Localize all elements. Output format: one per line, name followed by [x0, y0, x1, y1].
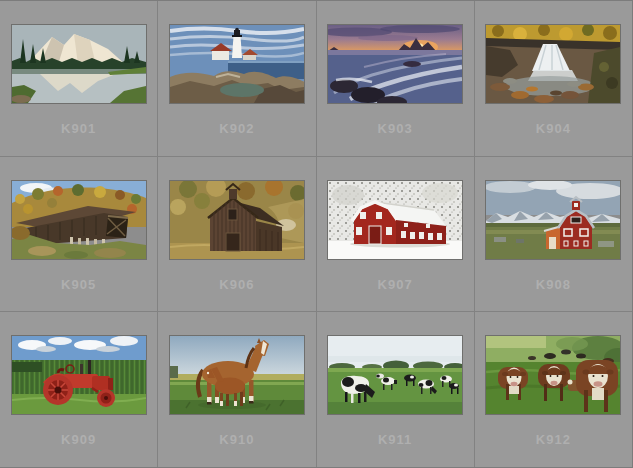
- k902-lighthouse-image: [170, 25, 304, 103]
- gallery-item-k905[interactable]: K905: [0, 157, 157, 312]
- item-code-label-k904: K904: [475, 121, 632, 136]
- item-code-label-k912: K912: [475, 432, 632, 447]
- item-code-label-k906: K906: [158, 277, 315, 292]
- photo-thumbnail-k905[interactable]: [11, 180, 147, 260]
- k912-hereford-cattle-image: [486, 336, 620, 414]
- photo-thumbnail-k907[interactable]: [327, 180, 463, 260]
- gallery-item-k901[interactable]: K901: [0, 1, 157, 156]
- item-code-label-k908: K908: [475, 277, 632, 292]
- item-code-label-k907: K907: [317, 277, 474, 292]
- gallery-item-k903[interactable]: K903: [317, 1, 474, 156]
- thumbnail-grid: K901: [0, 0, 633, 468]
- photo-thumbnail-k903[interactable]: [327, 24, 463, 104]
- gallery-item-k907[interactable]: K907: [317, 157, 474, 312]
- gallery-item-k910[interactable]: K910: [158, 312, 315, 467]
- k911-grazing-cows-image: [328, 336, 462, 414]
- item-code-label-k911: K911: [317, 432, 474, 447]
- item-code-label-k910: K910: [158, 432, 315, 447]
- k904-autumn-waterfall-image: [486, 25, 620, 103]
- photo-thumbnail-k908[interactable]: [485, 180, 621, 260]
- item-code-label-k909: K909: [0, 432, 157, 447]
- photo-thumbnail-k910[interactable]: [169, 335, 305, 415]
- gallery-item-k902[interactable]: K902: [158, 1, 315, 156]
- k908-red-barn-mountains-image: [486, 181, 620, 259]
- k909-red-tractor-image: [12, 336, 146, 414]
- photo-thumbnail-k902[interactable]: [169, 24, 305, 104]
- photo-thumbnail-k906[interactable]: [169, 180, 305, 260]
- gallery-item-k911[interactable]: K911: [317, 312, 474, 467]
- item-code-label-k901: K901: [0, 121, 157, 136]
- gallery-item-k904[interactable]: K904: [475, 1, 632, 156]
- gallery-item-k909[interactable]: K909: [0, 312, 157, 467]
- item-code-label-k902: K902: [158, 121, 315, 136]
- gallery-item-k906[interactable]: K906: [158, 157, 315, 312]
- photo-thumbnail-k904[interactable]: [485, 24, 621, 104]
- gallery-item-k912[interactable]: K912: [475, 312, 632, 467]
- k910-mare-and-foal-image: [170, 336, 304, 414]
- item-code-label-k905: K905: [0, 277, 157, 292]
- k901-mountain-lake-image: [12, 25, 146, 103]
- item-code-label-k903: K903: [317, 121, 474, 136]
- photo-thumbnail-k901[interactable]: [11, 24, 147, 104]
- gallery-item-k908[interactable]: K908: [475, 157, 632, 312]
- k907-snowy-red-barn-image: [328, 181, 462, 259]
- k906-old-barn-image: [170, 181, 304, 259]
- photo-thumbnail-k912[interactable]: [485, 335, 621, 415]
- k905-covered-bridge-image: [12, 181, 146, 259]
- photo-thumbnail-k911[interactable]: [327, 335, 463, 415]
- photo-thumbnail-k909[interactable]: [11, 335, 147, 415]
- k903-ocean-sunset-image: [328, 25, 462, 103]
